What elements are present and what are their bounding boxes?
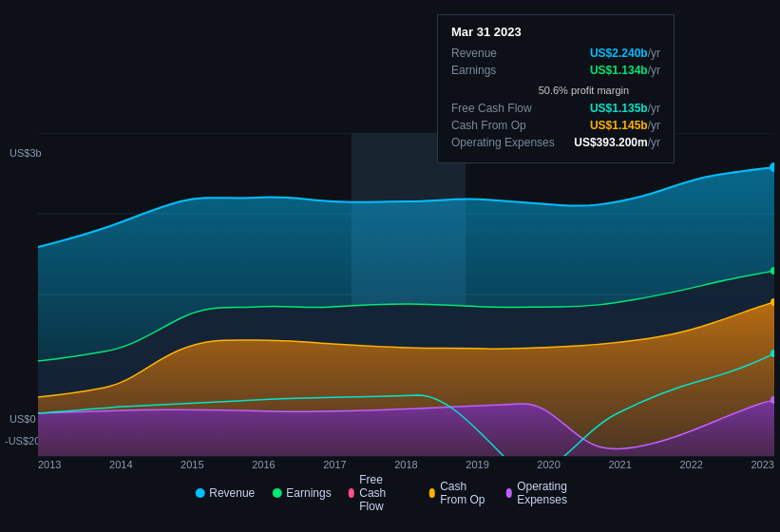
x-label-2023: 2023 — [751, 459, 773, 470]
legend-label-revenue: Revenue — [209, 486, 255, 500]
tooltip-fcf-label: Free Cash Flow — [451, 102, 532, 115]
legend-dot-cashop — [429, 488, 436, 498]
tooltip-margin: 50.6% profit margin — [451, 85, 629, 96]
x-label-2014: 2014 — [109, 459, 132, 470]
chart-svg — [38, 133, 774, 484]
legend-cashop[interactable]: Cash From Op — [429, 480, 489, 506]
legend-label-cashop: Cash From Op — [440, 480, 488, 506]
tooltip-earnings-row: Earnings US$1.134b/yr — [451, 64, 660, 77]
x-label-2020: 2020 — [537, 459, 560, 470]
legend-dot-opex — [506, 488, 513, 498]
tooltip-fcf-row: Free Cash Flow US$1.135b/yr — [451, 102, 660, 115]
tooltip-margin-row: 50.6% profit margin — [451, 81, 660, 98]
legend-fcf[interactable]: Free Cash Flow — [349, 473, 412, 513]
tooltip-revenue-label: Revenue — [451, 47, 497, 60]
legend-dot-revenue — [195, 488, 204, 498]
y-axis-zero: US$0 — [10, 413, 36, 425]
x-label-2022: 2022 — [679, 459, 702, 470]
x-label-2016: 2016 — [252, 459, 275, 470]
chart-container: US$3b US$0 -US$200m Mar 31 2023 Revenue … — [0, 0, 780, 532]
tooltip-cashop-label: Cash From Op — [451, 119, 526, 132]
tooltip-fcf-value: US$1.135b/yr — [590, 102, 660, 115]
legend-dot-fcf — [349, 488, 355, 498]
legend-label-earnings: Earnings — [286, 486, 331, 500]
tooltip-opex-row: Operating Expenses US$393.200m/yr — [451, 136, 660, 149]
tooltip-cashop-value: US$1.145b/yr — [590, 119, 660, 132]
x-label-2013: 2013 — [38, 459, 61, 470]
tooltip-earnings-value: US$1.134b/yr — [590, 64, 660, 77]
tooltip-cashop-row: Cash From Op US$1.145b/yr — [451, 119, 660, 132]
tooltip-revenue-value: US$2.240b/yr — [590, 47, 660, 60]
x-label-2021: 2021 — [608, 459, 631, 470]
legend-dot-earnings — [272, 488, 281, 498]
chart-area — [38, 133, 774, 484]
x-label-2019: 2019 — [466, 459, 488, 470]
x-label-2015: 2015 — [181, 459, 203, 470]
tooltip-earnings-label: Earnings — [451, 64, 496, 77]
x-label-2017: 2017 — [323, 459, 346, 470]
x-label-2018: 2018 — [394, 459, 417, 470]
tooltip-revenue-row: Revenue US$2.240b/yr — [451, 47, 660, 60]
legend-label-opex: Operating Expenses — [517, 480, 585, 506]
legend-label-fcf: Free Cash Flow — [359, 473, 411, 513]
legend-revenue[interactable]: Revenue — [195, 486, 255, 500]
legend-opex[interactable]: Operating Expenses — [506, 480, 585, 506]
tooltip-opex-label: Operating Expenses — [451, 136, 555, 149]
tooltip-date: Mar 31 2023 — [451, 25, 660, 39]
tooltip-opex-value: US$393.200m/yr — [574, 136, 660, 149]
y-axis-top: US$3b — [10, 147, 42, 159]
x-axis: 2013 2014 2015 2016 2017 2018 2019 2020 … — [38, 459, 774, 470]
tooltip: Mar 31 2023 Revenue US$2.240b/yr Earning… — [437, 14, 675, 163]
chart-legend: Revenue Earnings Free Cash Flow Cash Fro… — [195, 473, 585, 513]
legend-earnings[interactable]: Earnings — [272, 486, 331, 500]
